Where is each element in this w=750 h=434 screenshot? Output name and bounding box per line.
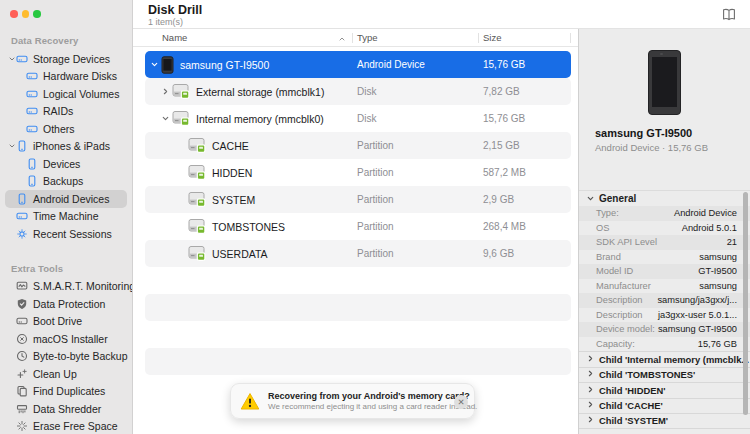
detail-row: SDK API Level21 xyxy=(579,235,750,250)
sparkles-icon xyxy=(16,420,28,432)
column-header-type[interactable]: Type xyxy=(357,32,378,43)
row-name: Internal memory (mmcblk0) xyxy=(196,113,324,125)
gear-icon xyxy=(16,228,28,240)
child-section-header[interactable]: Child 'HIDDEN' xyxy=(579,382,750,398)
sidebar-item-raids[interactable]: RAIDs xyxy=(5,103,127,121)
table-row[interactable]: CACHEPartition2,15 GB xyxy=(145,132,571,159)
drive-icon xyxy=(26,105,38,117)
sidebar-item-label: Data Shredder xyxy=(33,403,101,415)
sidebar-item-label: Hardware Disks xyxy=(43,70,117,82)
row-type: Partition xyxy=(357,167,483,178)
sidebar-item-label: Clean Up xyxy=(33,368,77,380)
sidebar-item-logical-volumes[interactable]: Logical Volumes xyxy=(5,85,127,103)
column-header-name[interactable]: Name xyxy=(162,32,187,43)
close-window-button[interactable] xyxy=(10,10,18,18)
sidebar-item-time-machine[interactable]: Time Machine xyxy=(5,208,127,226)
disk-icon xyxy=(188,245,206,262)
table-row[interactable]: External storage (mmcblk1)Disk7,82 GB xyxy=(145,78,571,105)
child-section-header[interactable]: Child 'CACHE' xyxy=(579,398,750,414)
detail-value: Android 5.0.1 xyxy=(609,223,737,233)
row-type: Partition xyxy=(357,140,483,151)
sidebar-item-backups[interactable]: Backups xyxy=(5,173,127,191)
row-size: 15,76 GB xyxy=(483,59,571,70)
table-row[interactable]: Internal memory (mmcblk0)Disk15,76 GB xyxy=(145,105,571,132)
disk-icon xyxy=(172,110,190,127)
sidebar-item-devices[interactable]: Devices xyxy=(5,155,127,173)
detail-label: Type: xyxy=(596,208,619,218)
sidebar-item-clean-up[interactable]: Clean Up xyxy=(5,365,127,383)
child-section-header[interactable]: Child 'TOMBSTONES' xyxy=(579,367,750,383)
sidebar-section-label: Extra Tools xyxy=(11,263,132,274)
detail-row: OSAndroid 5.0.1 xyxy=(579,221,750,236)
sidebar-item-macos-installer[interactable]: macOS Installer xyxy=(5,330,127,348)
device-image xyxy=(648,50,681,115)
detail-row: Descriptionsamsung/ja3gxx/j... xyxy=(579,293,750,308)
inspector-scrollbar[interactable] xyxy=(743,192,748,415)
sidebar-item-erase-free-space[interactable]: Erase Free Space xyxy=(5,418,127,434)
sidebar-item-label: Devices xyxy=(43,158,80,170)
detail-label: Brand xyxy=(596,252,621,262)
disk-icon xyxy=(188,191,206,208)
detail-row: Model IDGT-I9500 xyxy=(579,264,750,279)
plus-sparkle-icon xyxy=(16,368,28,380)
shield-icon xyxy=(16,298,28,310)
table-row[interactable]: samsung GT-I9500Android Device15,76 GB xyxy=(145,51,571,78)
sidebar-item-android-devices[interactable]: Android Devices xyxy=(5,190,127,208)
drive-icon xyxy=(16,315,28,327)
table-row[interactable]: TOMBSTONESPartition268,4 MB xyxy=(145,213,571,240)
chevron-down-icon[interactable] xyxy=(7,55,16,63)
sidebar-item-boot-drive[interactable]: Boot Drive xyxy=(5,313,127,331)
minimize-window-button[interactable] xyxy=(22,10,30,18)
clock-icon xyxy=(16,350,28,362)
table-row[interactable]: SYSTEMPartition2,9 GB xyxy=(145,186,571,213)
inspector-panel: samsung GT-I9500 Android Device · 15,76 … xyxy=(578,29,750,434)
detail-value: samsung xyxy=(621,252,737,262)
table-header: Name Type Size xyxy=(133,29,578,47)
chevron-right-icon xyxy=(586,369,595,380)
detail-value: ja3gxx-user 5.0.1... xyxy=(643,310,737,320)
sidebar-item-data-protection[interactable]: Data Protection xyxy=(5,295,127,313)
sidebar-item-find-duplicates[interactable]: Find Duplicates xyxy=(5,383,127,401)
detail-label: Description xyxy=(596,295,643,305)
row-type: Disk xyxy=(357,86,483,97)
row-size: 9,6 GB xyxy=(483,248,571,259)
phone-icon xyxy=(26,175,38,187)
sidebar-item-byte-to-byte-backup[interactable]: Byte-to-byte Backup xyxy=(5,348,127,366)
chevron-right-icon xyxy=(586,385,595,396)
sidebar-item-s-m-a-r-t-monitoring[interactable]: S.M.A.R.T. Monitoring xyxy=(5,278,127,296)
toast-close-icon[interactable]: ✕ xyxy=(454,395,468,409)
disclosure-open-icon[interactable] xyxy=(158,114,172,123)
child-section-header[interactable]: Child 'Internal memory (mmcblk... xyxy=(579,351,750,367)
table-row[interactable]: HIDDENPartition587,2 MB xyxy=(145,159,571,186)
disclosure-open-icon[interactable] xyxy=(147,60,161,69)
sidebar-item-others[interactable]: Others xyxy=(5,120,127,138)
column-divider xyxy=(570,33,571,43)
sidebar-item-data-shredder[interactable]: Data Shredder xyxy=(5,400,127,418)
toast-text: Recovering from your Android's memory ca… xyxy=(268,391,477,412)
sidebar-item-label: Byte-to-byte Backup xyxy=(33,350,128,362)
sidebar-item-storage-devices[interactable]: Storage Devices xyxy=(5,50,127,68)
child-section-header[interactable]: Child 'SYSTEM' xyxy=(579,413,750,429)
shredder-icon xyxy=(16,403,28,415)
sidebar-item-label: S.M.A.R.T. Monitoring xyxy=(33,280,133,292)
detail-value: samsung/ja3gxx/j... xyxy=(643,295,737,305)
table-row[interactable]: USERDATAPartition9,6 GB xyxy=(145,240,571,267)
chevron-right-icon xyxy=(586,415,595,426)
detail-row: Type:Android Device xyxy=(579,206,750,221)
column-header-size[interactable]: Size xyxy=(483,32,501,43)
sidebar-item-iphones-ipads[interactable]: iPhones & iPads xyxy=(5,138,127,156)
sidebar-item-recent-sessions[interactable]: Recent Sessions xyxy=(5,225,127,243)
sort-ascending-icon[interactable] xyxy=(338,34,346,45)
disclosure-closed-icon[interactable] xyxy=(158,87,172,96)
detail-value: GT-I9500 xyxy=(633,266,737,276)
general-section-header[interactable]: General xyxy=(579,190,750,206)
sidebar-item-label: Boot Drive xyxy=(33,315,82,327)
child-section-title: Child 'CACHE' xyxy=(599,400,663,411)
row-type: Disk xyxy=(357,113,483,124)
help-book-icon[interactable] xyxy=(721,8,737,22)
row-size: 268,4 MB xyxy=(483,221,571,232)
sidebar-item-label: Recent Sessions xyxy=(33,228,112,240)
zoom-window-button[interactable] xyxy=(33,10,41,18)
sidebar-item-hardware-disks[interactable]: Hardware Disks xyxy=(5,68,127,86)
chevron-down-icon[interactable] xyxy=(7,142,16,150)
